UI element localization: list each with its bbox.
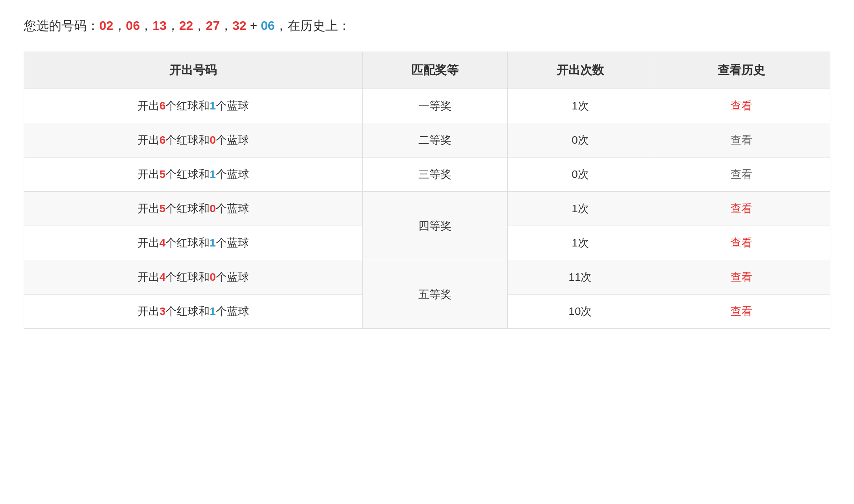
view-cell[interactable]: 查看 xyxy=(653,226,830,260)
header-prefix: 您选的号码： xyxy=(24,19,99,33)
red-num-5: 27 xyxy=(206,19,220,33)
header-separator: + xyxy=(247,19,261,33)
view-link[interactable]: 查看 xyxy=(730,168,752,180)
blue-text: 个蓝球 xyxy=(216,271,249,283)
red-count: 6 xyxy=(160,100,166,112)
code-cell: 开出4个红球和0个蓝球 xyxy=(24,260,363,295)
blue-text: 个蓝球 xyxy=(216,305,249,317)
red-count: 4 xyxy=(160,237,166,249)
table-row: 开出5个红球和1个蓝球三等奖0次查看 xyxy=(24,158,830,192)
blue-text: 个蓝球 xyxy=(216,134,249,146)
blue-count: 0 xyxy=(210,271,216,283)
th-prize: 匹配奖等 xyxy=(362,52,507,89)
code-cell: 开出6个红球和1个蓝球 xyxy=(24,89,363,123)
view-link[interactable]: 查看 xyxy=(730,134,752,146)
blue-text: 个蓝球 xyxy=(216,100,249,112)
table-row: 开出4个红球和0个蓝球五等奖11次查看 xyxy=(24,260,830,295)
red-num-1: 02 xyxy=(99,19,113,33)
blue-count: 1 xyxy=(210,168,216,180)
blue-num-1: 06 xyxy=(261,19,275,33)
code-cell: 开出5个红球和0个蓝球 xyxy=(24,192,363,226)
count-cell: 0次 xyxy=(508,158,653,192)
table-row: 开出5个红球和0个蓝球四等奖1次查看 xyxy=(24,192,830,226)
red-text: 个红球和 xyxy=(165,202,210,215)
red-count: 3 xyxy=(160,305,166,317)
red-count: 6 xyxy=(160,134,166,146)
view-link[interactable]: 查看 xyxy=(730,202,752,215)
th-code: 开出号码 xyxy=(24,52,363,89)
code-prefix: 开出 xyxy=(137,305,160,317)
blue-text: 个蓝球 xyxy=(216,237,249,249)
th-count: 开出次数 xyxy=(508,52,653,89)
blue-count: 1 xyxy=(210,100,216,112)
prize-cell: 三等奖 xyxy=(362,158,507,192)
header-line: 您选的号码：02，06，13，22，27，32 + 06，在历史上： xyxy=(24,16,830,36)
count-cell: 1次 xyxy=(508,192,653,226)
table-row: 开出6个红球和0个蓝球二等奖0次查看 xyxy=(24,123,830,158)
code-prefix: 开出 xyxy=(137,168,160,180)
code-prefix: 开出 xyxy=(137,100,160,112)
red-count: 5 xyxy=(160,202,166,215)
red-text: 个红球和 xyxy=(165,237,210,249)
prize-cell: 二等奖 xyxy=(362,123,507,158)
count-cell: 1次 xyxy=(508,226,653,260)
view-link[interactable]: 查看 xyxy=(730,100,752,112)
red-count: 5 xyxy=(160,168,166,180)
red-text: 个红球和 xyxy=(165,134,210,146)
table-header-row: 开出号码 匹配奖等 开出次数 查看历史 xyxy=(24,52,830,89)
count-cell: 1次 xyxy=(508,89,653,123)
th-history: 查看历史 xyxy=(653,52,830,89)
view-cell[interactable]: 查看 xyxy=(653,295,830,329)
view-cell[interactable]: 查看 xyxy=(653,123,830,158)
code-prefix: 开出 xyxy=(137,271,160,283)
view-cell[interactable]: 查看 xyxy=(653,158,830,192)
view-cell[interactable]: 查看 xyxy=(653,89,830,123)
code-cell: 开出6个红球和0个蓝球 xyxy=(24,123,363,158)
red-count: 4 xyxy=(160,271,166,283)
code-cell: 开出5个红球和1个蓝球 xyxy=(24,158,363,192)
blue-count: 1 xyxy=(210,305,216,317)
code-prefix: 开出 xyxy=(137,134,160,146)
red-num-2: 06 xyxy=(126,19,140,33)
view-cell[interactable]: 查看 xyxy=(653,260,830,295)
table-row: 开出6个红球和1个蓝球一等奖1次查看 xyxy=(24,89,830,123)
red-num-6: 32 xyxy=(232,19,247,33)
view-cell[interactable]: 查看 xyxy=(653,192,830,226)
prize-cell: 一等奖 xyxy=(362,89,507,123)
prize-cell: 四等奖 xyxy=(362,192,507,260)
red-num-3: 13 xyxy=(152,19,167,33)
count-cell: 11次 xyxy=(508,260,653,295)
code-cell: 开出4个红球和1个蓝球 xyxy=(24,226,363,260)
red-text: 个红球和 xyxy=(165,271,210,283)
code-prefix: 开出 xyxy=(137,202,160,215)
red-text: 个红球和 xyxy=(165,168,210,180)
count-cell: 10次 xyxy=(508,295,653,329)
view-link[interactable]: 查看 xyxy=(730,271,752,283)
blue-text: 个蓝球 xyxy=(216,202,249,215)
code-cell: 开出3个红球和1个蓝球 xyxy=(24,295,363,329)
header-suffix: ，在历史上： xyxy=(275,19,351,33)
view-link[interactable]: 查看 xyxy=(730,305,752,317)
blue-text: 个蓝球 xyxy=(216,168,249,180)
history-table: 开出号码 匹配奖等 开出次数 查看历史 开出6个红球和1个蓝球一等奖1次查看开出… xyxy=(24,52,830,329)
blue-count: 0 xyxy=(210,202,216,215)
red-text: 个红球和 xyxy=(165,100,210,112)
blue-count: 1 xyxy=(210,237,216,249)
code-prefix: 开出 xyxy=(137,237,160,249)
count-cell: 0次 xyxy=(508,123,653,158)
prize-cell: 五等奖 xyxy=(362,260,507,329)
red-num-4: 22 xyxy=(179,19,193,33)
view-link[interactable]: 查看 xyxy=(730,237,752,249)
red-text: 个红球和 xyxy=(165,305,210,317)
blue-count: 0 xyxy=(210,134,216,146)
